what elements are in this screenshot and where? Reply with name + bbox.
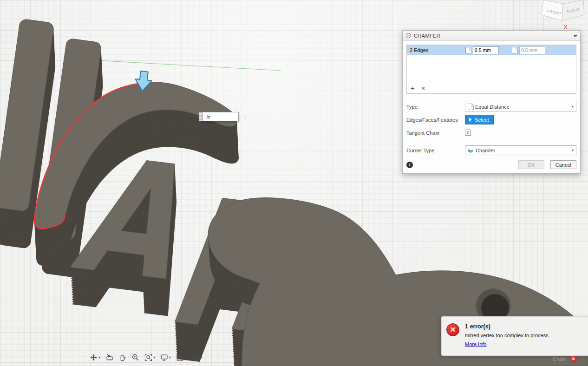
grid-snaps-button[interactable]: ▾ [176, 353, 187, 362]
chamfer-dialog-header[interactable]: − CHAMFER ▸▸ [403, 31, 580, 41]
chamfer-distance-manipulator-input-group: ⋮ [199, 112, 248, 121]
zoom-icon [131, 353, 139, 361]
select-button[interactable]: Select [465, 115, 494, 124]
distance-field-icon [512, 47, 518, 53]
select-button-label: Select [475, 117, 489, 123]
type-value: Equal Distance [475, 104, 510, 110]
viewport: A H FRONT RIGHT X [0, 0, 588, 366]
ok-button[interactable]: OK [518, 160, 544, 169]
distance-field-icon [465, 47, 471, 53]
chevron-down-icon: ▾ [98, 355, 100, 359]
tangent-chain-row: Tangent Chain ✓ [406, 128, 576, 137]
selection-row[interactable]: 2 Edges [407, 45, 576, 55]
fit-icon [144, 353, 152, 361]
edges-label: Edges/Faces/Features [406, 117, 465, 123]
corner-type-dropdown[interactable]: Chamfer ▾ [465, 145, 576, 155]
look-at-icon [105, 353, 113, 361]
chain-label: Chain [553, 356, 566, 362]
error-icon: ✕ [446, 323, 459, 336]
chamfer-corner-icon [468, 147, 474, 153]
viewports-icon [192, 353, 200, 361]
error-title: 1 error(s) [465, 323, 549, 330]
error-toast: ✕ 1 error(s) mitred vertex too complex t… [441, 316, 588, 356]
collapse-icon[interactable]: − [406, 33, 411, 38]
chamfer-distance-input[interactable] [203, 112, 239, 121]
cancel-button[interactable]: Cancel [550, 160, 576, 169]
pan-hand-icon [118, 353, 126, 361]
type-row: Type Equal Distance ▾ [406, 102, 576, 111]
corner-type-label: Corner Type [406, 148, 465, 153]
error-message: mitred vertex too complex to process [465, 333, 549, 338]
chevron-down-icon: ▾ [572, 148, 574, 152]
pan-button[interactable] [118, 353, 127, 362]
corner-type-value: Chamfer [476, 148, 495, 153]
distance-2-input[interactable] [519, 46, 545, 54]
drag-grip-icon[interactable] [199, 112, 203, 121]
viewports-button[interactable]: ▾ [191, 353, 203, 362]
remove-selection-set-icon[interactable]: ✕ [421, 85, 425, 92]
fit-button[interactable]: ▾ [144, 353, 156, 362]
chevron-down-icon: ▾ [153, 355, 155, 359]
chevron-down-icon: ▾ [169, 355, 171, 359]
dialog-title: CHAMFER [414, 33, 440, 39]
zoom-button[interactable] [131, 353, 140, 362]
orbit-icon [90, 353, 98, 361]
chain-status: Chain ✕ [553, 356, 577, 362]
distance-1-input[interactable] [473, 46, 499, 54]
cursor-arrow-icon [468, 117, 473, 123]
corner-type-row: Corner Type Chamfer ▾ [406, 145, 576, 155]
dock-panel-arrows-icon[interactable]: ▸▸ [574, 33, 577, 38]
tangent-chain-label: Tangent Chain [406, 130, 465, 136]
chevron-down-icon: ▾ [185, 355, 187, 359]
navigation-toolbar: ▾ ▾ [89, 353, 203, 362]
selection-row-label: 2 Edges [410, 47, 465, 53]
more-info-link[interactable]: More Info [465, 341, 549, 347]
overflow-menu-icon[interactable]: ⋮ [242, 114, 248, 120]
edges-row: Edges/Faces/Features Select [406, 115, 576, 124]
dialog-separator [406, 141, 576, 141]
look-at-button[interactable] [105, 353, 114, 362]
viewcube[interactable]: FRONT RIGHT X [537, 0, 588, 35]
tangent-chain-checkbox[interactable]: ✓ [465, 130, 471, 136]
chevron-down-icon: ▾ [201, 355, 203, 359]
equal-distance-icon [468, 104, 474, 110]
x-axis-label: X [564, 24, 568, 30]
selection-list: 2 Edges + ✕ [406, 45, 576, 94]
display-settings-icon [160, 353, 168, 361]
chamfer-dialog: − CHAMFER ▸▸ 2 Edges + ✕ Type [402, 30, 581, 174]
grid-icon [176, 353, 184, 361]
type-label: Type [406, 104, 465, 110]
display-settings-button[interactable]: ▾ [160, 353, 171, 362]
info-icon[interactable]: i [406, 162, 413, 168]
type-dropdown[interactable]: Equal Distance ▾ [465, 102, 576, 111]
chevron-down-icon: ▾ [572, 105, 574, 109]
orbit-button[interactable]: ▾ [89, 353, 101, 362]
add-selection-set-icon[interactable]: + [411, 85, 415, 92]
chain-close-icon[interactable]: ✕ [570, 356, 577, 362]
